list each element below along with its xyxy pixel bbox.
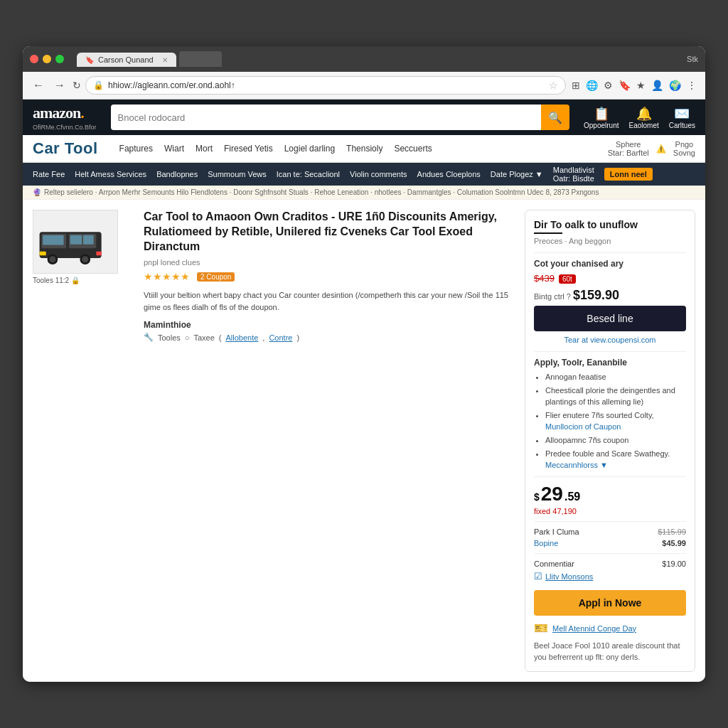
refresh-button[interactable]: ↻	[73, 80, 81, 91]
nav-seccuerts[interactable]: Seccuerts	[394, 144, 432, 154]
dir-title: Dir To oalk to unuflow	[534, 219, 686, 230]
nav-firesed[interactable]: Firesed Yetis	[224, 144, 273, 154]
nav-right-pngo[interactable]: PngoSovng	[673, 140, 695, 157]
van-illustration	[36, 213, 114, 270]
nav-right-warning[interactable]: ⚠️	[656, 144, 666, 154]
product-image[interactable]	[33, 210, 118, 274]
minimize-button[interactable]	[43, 55, 51, 63]
nav-helt[interactable]: Helt Amess Services	[75, 170, 146, 178]
svg-point-7	[49, 256, 55, 262]
toolbar-icon-7[interactable]: 🌍	[668, 78, 682, 92]
big-price-cents: .59	[564, 491, 580, 503]
bundle-new-label[interactable]: Bopine	[534, 539, 558, 547]
amazon-logo-area[interactable]: amazon. OfiRMe.Cfvnn.Co.Bfor	[33, 104, 97, 131]
addon-link[interactable]: Llitv Monsons	[545, 572, 593, 581]
cartool-logo-part2: Tool	[60, 139, 97, 157]
nav-logiel[interactable]: Logiel darling	[284, 144, 335, 154]
product-details: Car Tool to Amaoon Own Craditos - URE 1ñ…	[144, 210, 513, 672]
nav-wiart[interactable]: Wiart	[164, 144, 184, 154]
image-meta: Tooles 11:2 🔒	[33, 277, 132, 284]
product-stars[interactable]: ★★★★★	[144, 271, 190, 282]
bullet-list: Annogan feaatise Cheesticall plorie the …	[534, 372, 686, 471]
meta-link-1[interactable]: Allobente	[225, 333, 258, 342]
image-meta-text: Tooles	[33, 277, 53, 284]
breadcrumb-bar: 🔮 Reltep selielero · Arrpon Merhr Semoun…	[23, 186, 705, 200]
tab-icon: 🔖	[85, 56, 94, 64]
back-button[interactable]: ←	[30, 77, 47, 93]
nav-thensioly[interactable]: Thensioly	[346, 144, 382, 154]
nav-mandlativist[interactable]: MandlativistOatr: Bisdte	[553, 166, 594, 183]
svg-rect-11	[96, 252, 101, 256]
header-notifications[interactable]: 🔔 Eaolomet	[629, 106, 659, 129]
bundle-new-row: Bopine $45.99	[534, 539, 686, 547]
notification-label: Eaolomet	[629, 122, 659, 129]
coupon-link[interactable]: Tear at view.coupensi.com	[534, 336, 686, 344]
bookmark-icon[interactable]: ☆	[549, 80, 558, 91]
nav-bandlopnes[interactable]: Bandlopnes	[156, 170, 198, 178]
mail-row: 🎫 Mell Atennid Conge Day	[534, 621, 686, 635]
stk-button[interactable]: Stk	[687, 55, 698, 63]
nav-right-sphere[interactable]: SphereStar: Barftel	[608, 140, 649, 157]
toolbar-icon-5[interactable]: ★	[635, 78, 647, 92]
url-input[interactable]	[108, 80, 545, 90]
cartool-logo[interactable]: Car Tool	[33, 139, 98, 158]
addon-checkbox-row: ☑ Llitv Monsons	[534, 571, 686, 582]
menu-button[interactable]: ⋮	[685, 78, 698, 92]
cartool-nav-right: SphereStar: Barftel ⚠️ PngoSovng	[608, 140, 695, 157]
bundle-old: $115.99	[658, 528, 686, 536]
dir-sub: Preoces · Ang beggon	[534, 237, 686, 245]
tab-close-icon[interactable]: ✕	[162, 56, 168, 64]
maximize-button[interactable]	[55, 55, 64, 63]
nav-faptures[interactable]: Faptures	[119, 144, 153, 154]
svg-point-9	[82, 256, 88, 262]
page-content: amazon. OfiRMe.Cfvnn.Co.Bfor 🔍 📋 Oppoelr…	[23, 100, 705, 682]
toolbar-icon-4[interactable]: 🔖	[617, 78, 632, 92]
big-price-sup: $	[534, 491, 540, 503]
meta-link-2[interactable]: Contre	[269, 333, 292, 342]
traffic-lights	[30, 55, 64, 63]
title-bar: 🔖 Carson Qunand ✕ Stk	[23, 46, 705, 72]
coupon-count: 2	[200, 273, 205, 281]
close-button[interactable]	[30, 55, 38, 63]
nav-rate-fee[interactable]: Rate Fee	[33, 170, 65, 178]
checkbox-icon[interactable]: ☑	[534, 571, 542, 582]
forward-button[interactable]: →	[51, 77, 68, 93]
nav-ican[interactable]: Ican te: Secaclionl	[277, 170, 340, 178]
cta-lonn[interactable]: Lonn neel	[604, 168, 653, 181]
bullet-link-2[interactable]: Meccannhlorss ▼	[545, 461, 608, 469]
search-input[interactable]	[111, 105, 541, 130]
svg-rect-3	[43, 235, 63, 245]
cartool-nav-bar: Car Tool Faptures Wiart Mort Firesed Yet…	[23, 135, 705, 163]
toolbar-icon-6[interactable]: 👤	[650, 78, 665, 92]
product-image-section: Tooles 11:2 🔒	[33, 210, 132, 672]
footer-note: Beel Joace Fool 1010 areale discount tha…	[534, 641, 686, 663]
coupon-badge[interactable]: 2 Coupon	[197, 272, 235, 282]
nav-mort[interactable]: Mort	[196, 144, 213, 154]
tools-label: Tooles	[158, 333, 181, 342]
nav-violin[interactable]: Violin comments	[350, 170, 407, 178]
bullet-3: Flier enutere 7ñs sourted Colty, Munlloc…	[545, 410, 686, 432]
bullet-link-1[interactable]: Munllocion of Caupon	[545, 422, 621, 431]
toolbar-icon-3[interactable]: ⚙	[602, 78, 614, 92]
meta-paren-open: (	[219, 333, 222, 342]
product-title: Car Tool to Amaoon Own Craditos - URE 1ñ…	[144, 210, 513, 254]
bullet-5: Predee fouble and Scare Swathegy. Meccan…	[545, 449, 686, 471]
search-button[interactable]: 🔍	[541, 105, 569, 130]
mail-link[interactable]: Mell Atennid Conge Day	[552, 624, 636, 633]
header-cart[interactable]: ✉️ Carltues	[669, 106, 695, 129]
buy-button[interactable]: Besed line	[534, 306, 686, 331]
bullet-2: Cheesticall plorie the deingentles and p…	[545, 385, 686, 407]
browser-tab[interactable]: 🔖 Carson Qunand ✕	[77, 53, 176, 67]
toolbar-icon-2[interactable]: 🌐	[584, 78, 599, 92]
mail-icon: 🎫	[534, 621, 548, 635]
account-icon: 📋	[584, 106, 619, 122]
secondary-nav: Rate Fee Helt Amess Services Bandlopnes …	[23, 163, 705, 186]
header-account[interactable]: 📋 Oppoelrunt	[584, 106, 619, 129]
bundle-label: Park I Cluma	[534, 528, 579, 536]
nav-summoum[interactable]: Summoum Vews	[208, 170, 267, 178]
toolbar-icon-1[interactable]: ⊞	[570, 78, 582, 92]
cart-icon: ✉️	[669, 106, 695, 122]
apply-button[interactable]: Appl in Nowe	[534, 590, 686, 616]
nav-date[interactable]: Date Plogez ▼	[491, 170, 543, 178]
nav-andues[interactable]: Andues Cloeplons	[417, 170, 481, 178]
